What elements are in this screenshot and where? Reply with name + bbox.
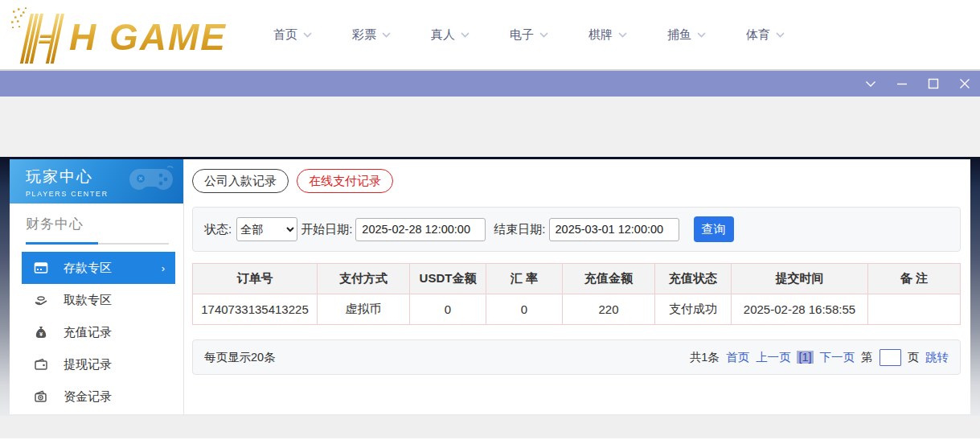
per-page-text: 每页显示20条: [204, 350, 276, 365]
nav-label: 电子: [510, 27, 534, 43]
nav-label: 棋牌: [588, 27, 613, 43]
cell-payment-method: 虚拟币: [318, 294, 410, 325]
record-tabs: 公司入款记录 在线支付记录: [192, 169, 961, 193]
nav-item-cards[interactable]: 棋牌: [588, 27, 627, 43]
page-spacer: [0, 97, 980, 157]
filter-bar: 状态: 全部 开始日期: 结束日期: 查询: [192, 207, 961, 252]
funds-bag-icon: [34, 389, 48, 404]
chevron-right-icon: ›: [162, 262, 165, 274]
col-exchange-rate: 汇 率: [486, 264, 563, 294]
col-recharge-amount: 充值金额: [563, 264, 655, 294]
recharge-bag-icon: ¥: [34, 325, 48, 339]
jump-link[interactable]: 跳转: [925, 350, 949, 365]
logo-stripes-icon: [10, 6, 69, 65]
chevron-down-icon: [618, 32, 627, 38]
nav-label: 体育: [746, 27, 770, 43]
nav-item-home[interactable]: 首页: [273, 27, 312, 43]
sidebar-subtitle: PLAYERS CENTER: [26, 190, 183, 198]
chevron-down-icon: [776, 32, 785, 38]
col-recharge-status: 充值状态: [655, 264, 732, 294]
sidebar: 玩家中心 PLAYERS CENTER 财务中心 存款专区 ›: [10, 159, 184, 414]
page-footer: [0, 416, 980, 438]
end-date-input[interactable]: [549, 218, 679, 241]
sidebar-item-label: 充值记录: [64, 325, 112, 340]
sidebar-item-withdraw-zone[interactable]: 取款专区: [22, 284, 175, 316]
start-date-label: 开始日期:: [301, 222, 352, 237]
cell-remark: [868, 294, 961, 325]
brand-logo[interactable]: H GAME: [10, 4, 228, 65]
nav-label: 捕鱼: [667, 27, 691, 43]
page-jump-input[interactable]: [880, 349, 901, 366]
sidebar-item-withdraw-records[interactable]: 提现记录: [22, 348, 175, 380]
section-underline-accent: [26, 242, 98, 245]
cell-recharge-status: 支付成功: [655, 294, 732, 325]
tab-company-deposit-records[interactable]: 公司入款记录: [192, 169, 289, 193]
nav-item-sports[interactable]: 体育: [746, 27, 785, 43]
chevron-down-icon: [539, 32, 548, 38]
sidebar-item-label: 提现记录: [64, 357, 112, 372]
status-select[interactable]: 全部: [236, 217, 297, 241]
end-date-label: 结束日期:: [494, 222, 545, 237]
pagination-bar: 每页显示20条 共1条 首页 上一页 [1] 下一页 第 页 跳转: [192, 339, 961, 375]
cell-submit-time: 2025-02-28 16:58:55: [732, 294, 868, 325]
sidebar-section-title: 财务中心: [26, 215, 169, 233]
nav-label: 真人: [431, 27, 455, 43]
chevron-down-icon: [461, 32, 469, 38]
sidebar-item-recharge-records[interactable]: ¥ 充值记录: [22, 316, 175, 348]
prev-page-link[interactable]: 上一页: [756, 350, 791, 365]
table-header-row: 订单号 支付方式 USDT金额 汇 率 充值金额 充值状态 提交时间 备 注: [193, 264, 961, 294]
chevron-down-icon: [382, 32, 391, 38]
pagination-controls: 共1条 首页 上一页 [1] 下一页 第 页 跳转: [690, 349, 949, 366]
chevron-down-icon: [697, 32, 706, 38]
sidebar-item-label: 资金记录: [64, 389, 112, 405]
next-page-link[interactable]: 下一页: [820, 350, 855, 365]
nav-item-fishing[interactable]: 捕鱼: [667, 27, 706, 43]
cell-recharge-amount: 220: [563, 294, 655, 325]
sidebar-item-funds-records[interactable]: 资金记录: [22, 380, 175, 413]
jump-prefix-text: 第: [861, 350, 873, 365]
cell-usdt-amount: 0: [410, 294, 486, 325]
close-icon[interactable]: [957, 76, 972, 91]
sidebar-item-deposit-zone[interactable]: 存款专区 ›: [22, 252, 175, 284]
tab-online-payment-records[interactable]: 在线支付记录: [297, 169, 393, 193]
deposit-card-icon: [34, 261, 48, 275]
current-page-indicator: [1]: [797, 351, 813, 364]
nav-label: 首页: [273, 27, 297, 43]
sidebar-item-label: 存款专区: [64, 261, 112, 276]
main-content: 公司入款记录 在线支付记录 状态: 全部 开始日期: 结束日期: 查询: [184, 159, 970, 414]
total-count-text: 共1条: [690, 350, 720, 365]
start-date-input[interactable]: [355, 218, 486, 241]
col-usdt-amount: USDT金额: [410, 264, 486, 294]
sidebar-header: 玩家中心 PLAYERS CENTER: [10, 159, 183, 204]
top-header: H GAME 首页 彩票 真人 电子 棋牌 捕鱼 体育: [0, 0, 980, 71]
cell-order-no: 1740733135413225: [193, 294, 318, 325]
withdraw-hand-icon: [34, 293, 48, 307]
chevron-down-icon[interactable]: [863, 76, 878, 91]
nav-item-live[interactable]: 真人: [431, 27, 469, 43]
chevron-down-icon: [303, 32, 312, 38]
col-submit-time: 提交时间: [732, 264, 868, 294]
wallet-icon: [34, 357, 48, 372]
sidebar-item-label: 取款专区: [64, 293, 112, 308]
nav-item-lottery[interactable]: 彩票: [352, 27, 391, 43]
col-payment-method: 支付方式: [318, 264, 410, 294]
first-page-link[interactable]: 首页: [726, 350, 749, 365]
records-table: 订单号 支付方式 USDT金额 汇 率 充值金额 充值状态 提交时间 备 注 1…: [192, 263, 961, 325]
jump-suffix-text: 页: [908, 350, 920, 365]
player-center-panel: 玩家中心 PLAYERS CENTER 财务中心 存款专区 ›: [10, 159, 970, 414]
content-band: 玩家中心 PLAYERS CENTER 财务中心 存款专区 ›: [0, 157, 980, 416]
main-nav: 首页 彩票 真人 电子 棋牌 捕鱼 体育: [273, 27, 785, 43]
query-button[interactable]: 查询: [694, 216, 734, 242]
section-underline: [26, 243, 169, 245]
nav-label: 彩票: [352, 27, 376, 43]
col-order-no: 订单号: [193, 264, 318, 294]
cell-exchange-rate: 0: [486, 294, 563, 325]
minimize-icon[interactable]: [895, 76, 909, 91]
maximize-icon[interactable]: [926, 76, 941, 91]
window-titlebar: [0, 71, 980, 97]
sidebar-section: 财务中心: [10, 204, 183, 245]
table-row: 1740733135413225 虚拟币 0 0 220 支付成功 2025-0…: [193, 294, 961, 325]
col-remark: 备 注: [868, 264, 961, 294]
status-label: 状态:: [204, 222, 232, 237]
nav-item-slots[interactable]: 电子: [510, 27, 548, 43]
